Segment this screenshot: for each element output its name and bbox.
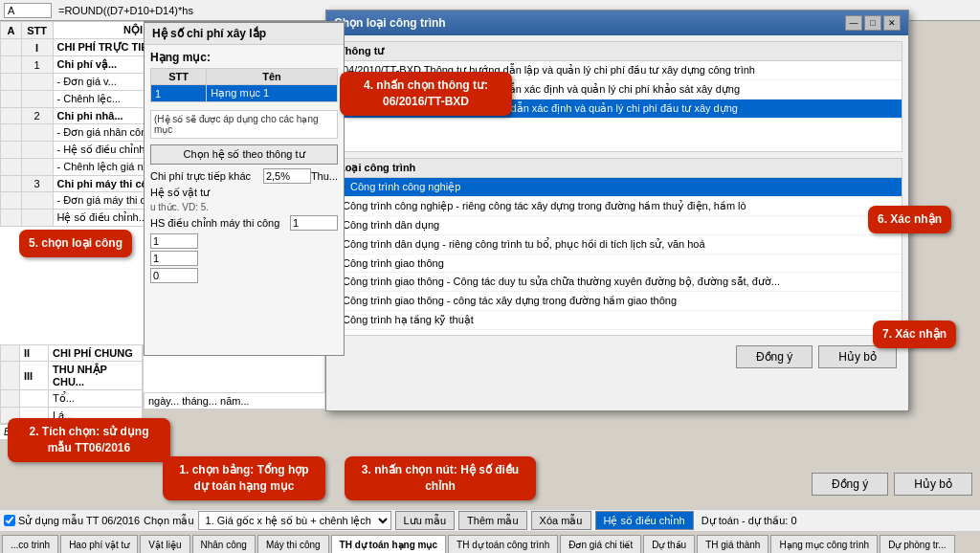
loai-cong-trinh-list: ▶ Công trình công nghiệp Công trình công… xyxy=(332,178,902,336)
tab-may-thi-cong[interactable]: Máy thi công xyxy=(257,535,329,553)
them-mau-btn[interactable]: Thêm mẫu xyxy=(458,511,526,530)
he-so-vat-tu-label: Hệ số vật tư xyxy=(150,187,338,199)
lct-item-label: Công trình giao thông - công tác xây dựn… xyxy=(343,295,677,307)
callout-6: 6. Xác nhận xyxy=(868,206,951,233)
huy-bo-btn[interactable]: Hủy bỏ xyxy=(818,345,897,368)
second-dialog-buttons: Đồng ý Hủy bỏ xyxy=(812,473,972,496)
hs-input-1[interactable] xyxy=(150,233,198,249)
chon-loai-cong-trinh-dialog: Chọn loại công trình — □ ✕ Thông tư 04/2… xyxy=(325,10,909,411)
table-row: Tổ... xyxy=(1,390,143,408)
tab-vat-lieu[interactable]: Vật liệu xyxy=(140,535,189,553)
lct-item-label: Công trình hạ tầng kỹ thuật xyxy=(343,314,474,326)
tab-co-trinh[interactable]: ...co trinh xyxy=(2,535,58,553)
dialog-titlebar: Chọn loại công trình — □ ✕ xyxy=(326,11,908,35)
heso-panel-title: Hệ số chi phí xây lắp xyxy=(145,23,344,45)
tab-du-thau[interactable]: Dự thầu xyxy=(643,535,695,553)
col-a-header: A xyxy=(1,22,22,39)
use-mau-checkbox[interactable]: Sử dụng mẫu TT 06/2016 xyxy=(4,515,140,527)
tab-don-gia-chi-tiet[interactable]: Đơn giá chi tiết xyxy=(560,535,641,553)
callout-1: 1. chọn bảng: Tổng hợp dự toán hạng mục xyxy=(163,456,325,500)
dialog-title: Chọn loại công trình xyxy=(334,16,446,30)
col-stt-header: STT xyxy=(21,22,53,39)
luu-mau-btn[interactable]: Lưu mẫu xyxy=(395,511,456,530)
tab-th-du-toan-cong-trinh[interactable]: TH dự toán công trình xyxy=(448,535,558,553)
hs-dieu-chinh-input[interactable] xyxy=(290,215,338,231)
mau-dropdown[interactable]: 1. Giá gốc x hệ số bù + chênh lệch xyxy=(198,511,391,530)
xoa-mau-btn[interactable]: Xóa mẫu xyxy=(531,511,591,530)
outer-dong-y-btn[interactable]: Đồng ý xyxy=(812,473,888,496)
lct-item-6[interactable]: Công trình giao thông - Công tác duy tu … xyxy=(333,273,902,292)
chi-phi-row: Chi phí trực tiếp khác Thu... xyxy=(150,168,338,184)
lct-item-1[interactable]: ▶ Công trình công nghiệp xyxy=(333,178,902,197)
lct-item-label: Công trình công nghiệp - riêng công tác … xyxy=(343,200,746,212)
lct-item-3[interactable]: Công trình dân dụng xyxy=(333,216,902,235)
use-mau-check-input[interactable] xyxy=(4,515,15,526)
lct-item-label: Công trình giao thông xyxy=(343,257,444,269)
heso-note: (Hệ số sẽ được áp dụng cho các hạng mục xyxy=(150,110,338,139)
thu-label: Thu... xyxy=(311,170,338,182)
heso-col-ten: Tên xyxy=(207,69,338,85)
lct-item-label: Công trình dân dụng - riêng công trình t… xyxy=(343,238,705,251)
dialog-buttons: Đồng ý Hủy bỏ xyxy=(332,342,902,372)
close-btn[interactable]: ✕ xyxy=(883,15,901,31)
he-so-dieu-chinh-btn[interactable]: Hệ số điều chỉnh xyxy=(595,511,694,530)
loai-cong-trinh-header: Loại công trình xyxy=(332,158,902,178)
heso-table-row[interactable]: 1 Hạng mục 1 xyxy=(151,85,338,102)
input-hint: u thức. VD: 5. xyxy=(150,202,338,212)
table-row: II CHI PHÍ CHUNG xyxy=(1,345,143,362)
hs-input-2[interactable] xyxy=(150,251,198,266)
hs-dieu-chinh-row: HS điều chỉnh máy thi công xyxy=(150,215,338,231)
tab-nhan-cong[interactable]: Nhân công xyxy=(192,535,256,553)
chi-phi-input[interactable] xyxy=(263,168,311,184)
titlebar-buttons: — □ ✕ xyxy=(845,15,901,31)
hang-muc-table: STT Tên 1 Hạng mục 1 xyxy=(150,68,338,102)
tab-du-phong[interactable]: Dự phòng tr... xyxy=(880,535,954,553)
minimize-btn[interactable]: — xyxy=(845,15,862,31)
hang-muc-label: Hạng mục: xyxy=(150,51,338,64)
lct-item-label: Công trình giao thông - Công tác duy tu … xyxy=(343,276,780,288)
dong-y-btn[interactable]: Đồng ý xyxy=(736,345,813,368)
tab-bar: ...co trinh Hao phí vật tư Vật liệu Nhân… xyxy=(0,532,980,553)
tab-hao-phi-vat-tu[interactable]: Hao phí vật tư xyxy=(60,535,138,553)
use-mau-label: Sử dụng mẫu TT 06/2016 xyxy=(18,515,140,527)
hs-dieu-chinh-label: HS điều chỉnh máy thi công xyxy=(150,217,290,230)
loai-cong-trinh-section: Loại công trình ▶ Công trình công nghiệp… xyxy=(332,158,902,336)
date-row: ngày... tháng... năm... xyxy=(144,392,325,409)
he-so-vat-tu-row: Hệ số vật tư xyxy=(150,187,338,199)
status-bar: Sử dụng mẫu TT 06/2016 Chọn mẫu 1. Giá g… xyxy=(0,509,980,532)
table-row: III THU NHẬP CHU... xyxy=(1,362,143,390)
hs-input-3[interactable] xyxy=(150,268,198,283)
lct-item-4[interactable]: Công trình dân dụng - riêng công trình t… xyxy=(333,235,902,254)
tab-th-du-toan-hang-muc[interactable]: TH dự toán hạng mục xyxy=(331,535,446,553)
tab-th-gia-thanh[interactable]: TH giá thành xyxy=(697,535,768,553)
callout-7: 7. Xác nhận xyxy=(873,321,956,348)
maximize-btn[interactable]: □ xyxy=(864,15,881,31)
cell-ref[interactable] xyxy=(4,3,52,18)
lct-item-5[interactable]: Công trình giao thông xyxy=(333,254,902,273)
callout-5: 5. chọn loại công xyxy=(19,230,132,257)
thong-tu-header: Thông tư xyxy=(332,41,902,61)
callout-4: 4. nhấn chọn thông tư: 06/2016/TT-BXD xyxy=(340,72,512,116)
lct-item-label: Công trình công nghiệp xyxy=(350,181,460,193)
chi-phi-label: Chi phí trực tiếp khác xyxy=(150,170,263,183)
chon-mau-label: Chọn mẫu xyxy=(144,515,194,527)
lct-item-label: Công trình dân dụng xyxy=(343,219,439,232)
lct-item-7[interactable]: Công trình giao thông - công tác xây dựn… xyxy=(333,292,902,311)
heso-col-stt: STT xyxy=(151,69,207,85)
heso-panel: Hệ số chi phí xây lắp Hạng mục: STT Tên … xyxy=(144,21,345,356)
outer-huy-bo-btn[interactable]: Hủy bỏ xyxy=(894,473,972,496)
lct-item-2[interactable]: Công trình công nghiệp - riêng công tác … xyxy=(333,197,902,216)
callout-2: 2. Tích chọn: sử dụng mẫu TT06/2016 xyxy=(8,418,170,462)
du-toan-text: Dự toán - dự thầu: 0 xyxy=(702,515,797,527)
lct-item-8[interactable]: Công trình hạ tầng kỹ thuật xyxy=(333,311,902,330)
chon-he-so-btn[interactable]: Chọn hệ số theo thông tư xyxy=(150,144,338,165)
tab-hang-muc-cong-trinh[interactable]: Hạng mục công trình xyxy=(770,535,878,553)
callout-3: 3. nhấn chọn nút: Hệ số điều chỉnh xyxy=(345,456,536,500)
